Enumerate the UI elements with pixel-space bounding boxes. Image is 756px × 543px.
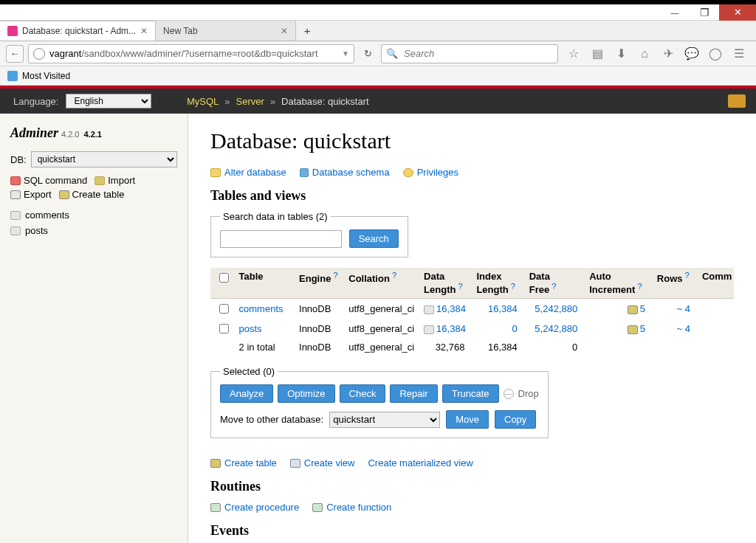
create-table-icon (59, 190, 69, 199)
col-datafree: DataFree ? (523, 268, 583, 299)
dropdown-icon[interactable]: ▼ (342, 49, 349, 58)
sidebar-table-comments[interactable]: comments (10, 207, 177, 223)
optimize-button[interactable]: Optimize (278, 384, 334, 403)
function-icon (312, 503, 323, 512)
tables-heading: Tables and views (210, 188, 734, 204)
col-engine: Engine ? (293, 268, 343, 299)
table-link-comments[interactable]: comments (239, 303, 284, 314)
reload-button[interactable]: ↻ (359, 45, 377, 63)
globe-icon (33, 48, 45, 60)
export-link[interactable]: Export (10, 189, 52, 200)
alter-database-link[interactable]: Alter database (210, 167, 286, 178)
table-icon (628, 325, 638, 334)
create-view-link[interactable]: Create view (290, 457, 355, 468)
sidebar-table-posts[interactable]: posts (10, 223, 177, 238)
truncate-button[interactable]: Truncate (442, 384, 499, 403)
minimize-button[interactable]: — (660, 4, 690, 21)
crumb-server[interactable]: Server (236, 96, 264, 107)
sidebar: Adminer4.2.04.2.1 DB: quickstart SQL com… (0, 114, 188, 543)
import-icon (94, 176, 105, 185)
tab-close-icon[interactable]: ✕ (140, 26, 148, 36)
search-icon: 🔍 (386, 48, 398, 59)
table-link-posts[interactable]: posts (239, 323, 262, 334)
close-window-button[interactable]: ✕ (719, 4, 756, 21)
col-collation: Collation ? (343, 268, 418, 299)
table-icon (10, 211, 21, 220)
routines-heading: Routines (210, 479, 734, 494)
table-icon (628, 305, 638, 314)
browser-toolbar: ← vagrant/sandbox/www/adminer/?username=… (0, 41, 756, 66)
row-checkbox[interactable] (219, 324, 229, 333)
chat-icon[interactable]: 💬 (685, 46, 698, 60)
row-checkbox[interactable] (219, 304, 229, 314)
export-icon (10, 190, 21, 199)
bookmark-bar: Most Visited (0, 66, 756, 86)
create-procedure-link[interactable]: Create procedure (210, 502, 299, 513)
move-db-select[interactable]: quickstart (329, 412, 440, 428)
table-row: comments InnoDB utf8_general_ci 16,384 1… (210, 299, 734, 319)
tab-favicon-icon (7, 26, 18, 36)
schema-icon (300, 168, 309, 177)
reading-list-icon[interactable]: ▤ (591, 46, 604, 60)
restore-button[interactable]: ❐ (690, 4, 719, 21)
home-icon[interactable]: ⌂ (638, 47, 651, 60)
browser-tab-1[interactable]: Database: quickstart - Adm... ✕ (0, 21, 156, 41)
menu-icon[interactable]: ☰ (732, 46, 746, 60)
key-icon (403, 168, 413, 177)
move-button[interactable]: Move (446, 410, 489, 429)
alter-icon (210, 168, 221, 177)
table-footer-row: 2 in total InnoDB utf8_general_ci 32,768… (210, 339, 734, 356)
db-label: DB: (10, 154, 27, 165)
new-tab-button[interactable]: + (296, 21, 318, 41)
globe-outline-icon[interactable]: ◯ (709, 46, 722, 60)
downloads-icon[interactable]: ⬇ (614, 46, 628, 60)
create-table-icon (210, 459, 221, 468)
search-fieldset: Search data in tables (2) Search (210, 211, 408, 257)
col-table: Table (233, 268, 293, 299)
browser-tab-2[interactable]: New Tab ✕ (156, 21, 296, 41)
procedure-icon (210, 503, 221, 512)
selected-fieldset: Selected (0) Analyze Optimize Check Repa… (210, 366, 549, 438)
create-table-link[interactable]: Create table (210, 457, 277, 468)
database-schema-link[interactable]: Database schema (300, 167, 390, 178)
back-button[interactable]: ← (6, 45, 24, 63)
create-table-link[interactable]: Create table (59, 189, 125, 200)
bookmark-star-icon[interactable]: ☆ (567, 46, 580, 60)
tab-close-icon[interactable]: ✕ (281, 26, 288, 36)
browser-tabstrip: Database: quickstart - Adm... ✕ New Tab … (0, 21, 756, 41)
copy-button[interactable]: Copy (495, 410, 536, 429)
sql-icon (10, 176, 21, 185)
browser-icons: ☆ ▤ ⬇ ⌂ ✈ 💬 ◯ ☰ (563, 46, 750, 60)
col-comment: Comm (696, 268, 734, 299)
language-select[interactable]: English (66, 94, 151, 108)
import-link[interactable]: Import (94, 175, 135, 186)
col-rows: Rows ? (651, 268, 696, 299)
table-icon (424, 305, 434, 314)
content: Database: quickstart Alter database Data… (188, 114, 756, 543)
browser-search[interactable]: 🔍 (381, 44, 558, 63)
drop-disabled-icon: — (504, 389, 514, 399)
select-all-checkbox[interactable] (219, 273, 229, 283)
create-matview-link[interactable]: Create materialized view (368, 457, 472, 468)
privileges-link[interactable]: Privileges (403, 167, 458, 178)
browser-search-input[interactable] (402, 47, 553, 60)
logout-icon[interactable] (728, 94, 746, 108)
events-heading: Events (210, 523, 734, 539)
tables-grid: Table Engine ? Collation ? DataLength ? … (210, 268, 734, 356)
sql-command-link[interactable]: SQL command (10, 175, 87, 186)
analyze-button[interactable]: Analyze (220, 384, 273, 403)
bookmark-most-visited[interactable]: Most Visited (22, 71, 70, 81)
db-select[interactable]: quickstart (31, 151, 177, 167)
search-button[interactable]: Search (349, 229, 399, 248)
url-bar[interactable]: vagrant/sandbox/www/adminer/?username=ro… (28, 44, 354, 63)
url-text: vagrant/sandbox/www/adminer/?username=ro… (49, 48, 337, 59)
send-icon[interactable]: ✈ (662, 46, 675, 60)
drop-label: Drop (518, 388, 539, 399)
crumb-mysql[interactable]: MySQL (187, 96, 219, 107)
create-function-link[interactable]: Create function (312, 502, 391, 513)
search-input[interactable] (220, 230, 342, 248)
repair-button[interactable]: Repair (390, 384, 437, 403)
table-row: posts InnoDB utf8_general_ci 16,384 0 5,… (210, 319, 734, 339)
table-icon (10, 226, 21, 235)
check-button[interactable]: Check (340, 384, 386, 403)
